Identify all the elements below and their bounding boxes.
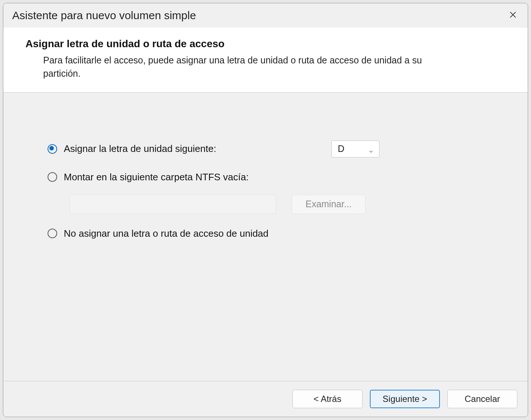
wizard-footer: < Atrás Siguiente > Cancelar bbox=[3, 381, 528, 417]
chevron-down-icon bbox=[368, 146, 374, 152]
next-button[interactable]: Siguiente > bbox=[370, 390, 440, 408]
cancel-button[interactable]: Cancelar bbox=[447, 390, 517, 408]
browse-button: Examinar... bbox=[292, 195, 365, 214]
radio-assign-letter[interactable] bbox=[48, 144, 57, 154]
close-button[interactable] bbox=[504, 7, 522, 24]
radio-no-assign[interactable] bbox=[48, 229, 57, 238]
titlebar: Asistente para nuevo volumen simple bbox=[3, 3, 528, 28]
page-description: Para facilitarle el acceso, puede asigna… bbox=[43, 53, 434, 80]
page-title: Asignar letra de unidad o ruta de acceso bbox=[25, 38, 506, 50]
option-no-assign-row: No asignar una letra o ruta de acceso de… bbox=[48, 228, 498, 239]
radio-mount-folder[interactable] bbox=[48, 172, 57, 182]
option-mount-folder-row: Montar en la siguiente carpeta NTFS vací… bbox=[48, 171, 498, 183]
radio-assign-letter-label[interactable]: Asignar la letra de unidad siguiente: bbox=[64, 143, 216, 155]
radio-no-assign-label[interactable]: No asignar una letra o ruta de acceso de… bbox=[64, 228, 268, 239]
radio-mount-folder-label[interactable]: Montar en la siguiente carpeta NTFS vací… bbox=[64, 171, 249, 183]
close-icon bbox=[509, 11, 517, 20]
mount-path-input bbox=[70, 195, 276, 214]
mount-folder-controls: Examinar... bbox=[70, 195, 498, 214]
wizard-header: Asignar letra de unidad o ruta de acceso… bbox=[3, 28, 528, 93]
wizard-dialog: Asistente para nuevo volumen simple Asig… bbox=[3, 3, 528, 417]
back-button[interactable]: < Atrás bbox=[292, 390, 362, 408]
window-title: Asistente para nuevo volumen simple bbox=[12, 9, 196, 22]
wizard-body: Asignar la letra de unidad siguiente: D … bbox=[3, 93, 528, 381]
option-assign-letter-row: Asignar la letra de unidad siguiente: D bbox=[48, 140, 379, 157]
drive-letter-value: D bbox=[338, 143, 344, 154]
drive-letter-select[interactable]: D bbox=[332, 140, 379, 157]
